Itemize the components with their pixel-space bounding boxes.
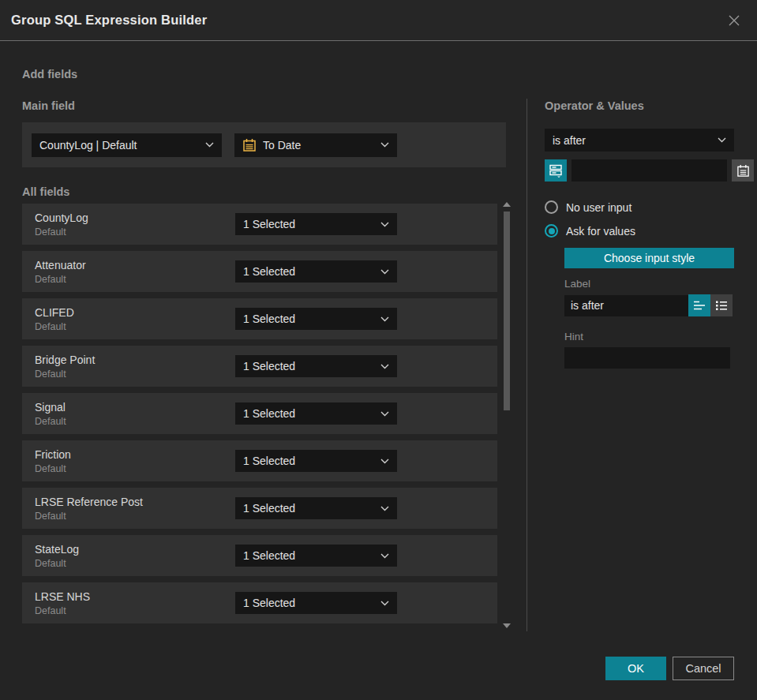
- field-sublabel: Default: [35, 274, 235, 285]
- field-row: Signal Default 1 Selected: [22, 393, 497, 434]
- chevron-down-icon: [205, 142, 214, 148]
- field-row-names: CountyLog Default: [35, 211, 235, 238]
- scrollbar-down-arrow[interactable]: [503, 623, 511, 628]
- radio-ask-for-values[interactable]: Ask for values: [545, 224, 734, 238]
- main-field-select-value: CountyLog | Default: [39, 139, 199, 152]
- chevron-down-icon: [380, 222, 389, 227]
- radio-ask-for-values-label: Ask for values: [566, 225, 635, 238]
- chevron-down-icon: [380, 411, 389, 417]
- field-selected-dropdown[interactable]: 1 Selected: [235, 355, 397, 377]
- dialog-title: Group SQL Expression Builder: [11, 13, 207, 28]
- close-icon: [728, 14, 740, 27]
- date-field-select[interactable]: To Date: [234, 133, 397, 157]
- operator-values-heading: Operator & Values: [545, 99, 734, 112]
- close-button[interactable]: [724, 10, 744, 31]
- main-field-label: Main field: [22, 99, 75, 112]
- radio-circle-icon: [545, 224, 558, 238]
- field-row-names: Signal Default: [35, 401, 235, 427]
- field-row: Bridge Point Default 1 Selected: [22, 346, 497, 387]
- cancel-button[interactable]: Cancel: [673, 657, 734, 680]
- hint-input[interactable]: [564, 347, 730, 369]
- chevron-down-icon: [380, 601, 389, 606]
- hint-caption: Hint: [564, 331, 734, 343]
- panel-divider: [527, 99, 527, 631]
- field-sublabel: Default: [35, 511, 235, 522]
- field-name: Bridge Point: [35, 354, 235, 366]
- chevron-down-icon: [718, 137, 726, 143]
- value-type-button[interactable]: [545, 159, 567, 182]
- chevron-down-icon: [380, 316, 389, 322]
- field-name: Signal: [35, 401, 235, 414]
- field-row: LRSE Reference Post Default 1 Selected: [22, 488, 497, 529]
- dialog-titlebar: Group SQL Expression Builder: [0, 0, 757, 41]
- all-fields-label: All fields: [22, 185, 69, 198]
- field-row-names: Attenuator Default: [35, 259, 235, 285]
- stacked-fields-icon: [549, 163, 563, 178]
- field-name: Attenuator: [35, 259, 235, 271]
- field-sublabel: Default: [35, 605, 235, 616]
- list-icon: [715, 300, 728, 311]
- label-input[interactable]: [564, 295, 688, 316]
- chevron-down-icon: [380, 364, 389, 369]
- ok-button[interactable]: OK: [605, 657, 666, 680]
- main-field-box: CountyLog | Default To Date: [22, 122, 506, 167]
- operator-select-value: is after: [553, 134, 711, 147]
- chevron-down-icon: [380, 459, 389, 464]
- field-selected-dropdown[interactable]: 1 Selected: [235, 260, 397, 283]
- field-selected-value: 1 Selected: [243, 218, 374, 230]
- chevron-down-icon: [380, 553, 389, 559]
- field-sublabel: Default: [35, 369, 235, 380]
- field-sublabel: Default: [35, 463, 235, 474]
- date-picker-button[interactable]: [732, 159, 754, 182]
- date-field-select-value: To Date: [263, 139, 368, 152]
- scrollbar-thumb[interactable]: [504, 211, 510, 410]
- field-name: StateLog: [35, 543, 235, 556]
- value-row: [545, 159, 734, 182]
- field-selected-dropdown[interactable]: 1 Selected: [235, 592, 397, 614]
- field-row-names: LRSE Reference Post Default: [35, 496, 235, 522]
- field-row-names: CLIFED Default: [35, 306, 235, 332]
- main-field-select[interactable]: CountyLog | Default: [32, 133, 222, 157]
- field-name: CountyLog: [35, 211, 235, 224]
- calendar-icon: [736, 164, 750, 178]
- label-row: [564, 294, 734, 316]
- field-selected-dropdown[interactable]: 1 Selected: [235, 450, 397, 472]
- add-fields-heading: Add fields: [22, 68, 77, 80]
- operator-select[interactable]: is after: [545, 129, 734, 152]
- single-line-style-button[interactable]: [688, 294, 710, 316]
- field-selected-dropdown[interactable]: 1 Selected: [235, 497, 397, 519]
- label-caption: Label: [564, 278, 734, 290]
- chevron-down-icon: [380, 506, 389, 511]
- date-value-input[interactable]: [571, 159, 727, 182]
- group-sql-expression-builder-dialog: Group SQL Expression Builder Add fields …: [0, 0, 757, 700]
- field-row-names: Friction Default: [35, 448, 235, 474]
- field-sublabel: Default: [35, 416, 235, 427]
- field-row: StateLog Default 1 Selected: [22, 535, 497, 576]
- field-row: CountyLog Default 1 Selected: [22, 204, 497, 245]
- list-style-button[interactable]: [710, 294, 733, 316]
- chevron-down-icon: [380, 142, 389, 148]
- scrollbar-up-arrow[interactable]: [503, 202, 511, 207]
- field-selected-dropdown[interactable]: 1 Selected: [235, 545, 397, 567]
- radio-no-user-input[interactable]: No user input: [545, 200, 734, 214]
- field-selected-dropdown[interactable]: 1 Selected: [235, 213, 397, 235]
- field-selected-dropdown[interactable]: 1 Selected: [235, 402, 397, 425]
- field-selected-dropdown[interactable]: 1 Selected: [235, 308, 397, 330]
- dialog-footer: OK Cancel: [605, 657, 734, 680]
- field-row: Friction Default 1 Selected: [22, 440, 497, 481]
- field-selected-value: 1 Selected: [243, 360, 374, 372]
- all-fields-list: CountyLog Default 1 Selected Attenuator …: [22, 204, 497, 623]
- field-row: Attenuator Default 1 Selected: [22, 251, 497, 292]
- field-name: CLIFED: [35, 306, 235, 319]
- calendar-icon: [242, 138, 257, 152]
- list-scrollbar: [502, 199, 512, 631]
- choose-input-style-button[interactable]: Choose input style: [564, 248, 734, 268]
- field-name: Friction: [35, 448, 235, 461]
- field-selected-value: 1 Selected: [243, 549, 374, 562]
- field-row-names: LRSE NHS Default: [35, 590, 235, 616]
- field-row: CLIFED Default 1 Selected: [22, 298, 497, 339]
- field-row: LRSE NHS Default 1 Selected: [22, 582, 497, 623]
- align-left-icon: [693, 300, 706, 311]
- field-name: LRSE NHS: [35, 590, 235, 603]
- chevron-down-icon: [380, 269, 389, 275]
